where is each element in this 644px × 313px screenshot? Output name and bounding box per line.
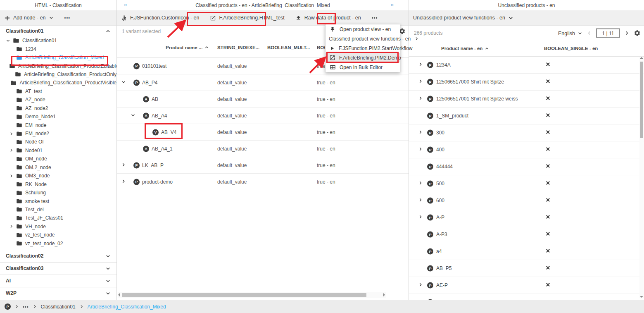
column-header-1[interactable]: Product name - en [441,46,489,51]
chevron-down-icon[interactable] [6,38,13,43]
table-row-lk_ab_p[interactable]: PLK_AB_Pdefault_valuetrue - en [117,157,409,174]
table-row-ab_p4[interactable]: PAB_P4default_valuetrue - en [117,74,409,91]
chevron-right-icon[interactable] [418,181,423,187]
vertical-scrollbar[interactable] [639,57,644,298]
toolbar-button-raw-data-of-product-en[interactable]: Raw data of product - en [295,15,361,21]
column-header-1[interactable]: Product name ... [166,45,209,50]
tree-node-classification01[interactable]: Classification01 [0,36,116,45]
chevron-right-icon[interactable] [418,215,423,221]
table-row-ae-p[interactable]: PAE-P [409,277,644,294]
horizontal-scrollbar-thumb[interactable] [122,293,366,297]
tree-section-classification02[interactable]: Classification02 [0,250,116,262]
vertical-scrollbar-thumb[interactable] [640,62,643,138]
tree-section-w2p[interactable]: W2P [0,287,116,299]
tree-node-node-oi[interactable]: Node OI [0,138,116,146]
horizontal-scrollbar[interactable] [118,292,386,298]
add-node-button[interactable]: Add node - en [4,15,54,21]
chevron-right-icon[interactable] [418,282,423,289]
breadcrumb-current-node[interactable]: ArticleBriefing_Classification_Mixed [88,304,166,310]
next-page-button[interactable] [624,31,630,36]
chevron-right-icon[interactable] [418,198,423,204]
breadcrumb-ellipsis[interactable]: ••• [23,304,29,309]
chevron-right-icon[interactable] [418,62,423,68]
menu-item-open-in-bulk-editor[interactable]: Open In Bulk Editor [326,62,400,72]
table-row-1-sm-product[interactable]: P1_SM_product [409,108,644,124]
table-row-a-p3[interactable]: PA-P3 [409,226,644,243]
chevron-right-icon[interactable] [9,131,16,136]
tree-node-node01[interactable]: Node01 [0,146,116,155]
tree-node-1234[interactable]: 1234 [0,45,116,53]
tree-node-vz_test_node_02[interactable]: vz_test_node_02 [0,239,116,248]
tree-node-at_test[interactable]: AT_test [0,87,116,96]
left-more-button[interactable]: ••• [64,15,71,20]
tree-node-vh_node[interactable]: VH_node [0,222,116,231]
table-row-ab_a4_1[interactable]: AAB_A4_1default_valuetrue - en [117,141,409,157]
scroll-up-arrow-icon[interactable] [640,57,643,59]
table-row-a4[interactable]: Pa4 [409,243,644,260]
menu-item-f-articlebriefing-pim2-demo[interactable]: F.ArticleBriefing.PIM2.Demo [326,53,400,62]
table-row-ab_v4[interactable]: VAB_V4default_valuetrue - en [117,124,409,141]
table-row-anv-p[interactable]: PANV-P [409,294,644,300]
chevron-right-icon[interactable] [418,79,423,85]
tree-node-articlebriefing_classification_productvisible[interactable]: ArticleBriefing_Classification_ProductVi… [0,79,116,87]
menu-item-open-product-view-en[interactable]: Open product view - en [326,24,400,34]
table-row-ab-p5[interactable]: PAB_P5 [409,260,644,277]
tree-node-em_node2[interactable]: EM_node2 [0,129,116,138]
collapse-right-icon[interactable]: » [390,1,394,8]
chevron-down-icon[interactable] [121,79,126,86]
scroll-right-arrow-icon[interactable] [383,293,385,296]
menu-item-classified-product-view-functions-en[interactable]: Classified product view functions - en [326,34,400,43]
chevron-right-icon[interactable] [121,162,126,168]
toolbar-button--[interactable]: ••• [372,15,378,20]
unclassified-view-functions-button[interactable]: Unclassidied product view functions - en [413,15,513,21]
table-row-300[interactable]: P300 [409,124,644,141]
language-selector[interactable]: English [558,30,582,36]
table-row-444444[interactable]: P444444 [409,158,644,175]
tree-section-Classification01[interactable]: Classification01 [0,26,116,36]
collapse-left-icon[interactable]: « [124,1,127,8]
table-row-ab_a4[interactable]: AAB_A4default_valuetrue - en [117,108,409,124]
tree-node-om3_node[interactable]: OM3_node [0,172,116,180]
column-header-2[interactable]: BOOLEAN_SINGLE - en [544,46,598,51]
tree-node-em_node[interactable]: EM_node [0,121,116,129]
settings-gear-icon[interactable] [634,30,641,37]
tree-node-articlebriefing_classification_mixed[interactable]: ArticleBriefing_Classification_Mixed [0,53,116,62]
table-row-ab[interactable]: AABdefault_valuetrue - en [117,91,409,108]
chevron-down-icon[interactable] [131,112,135,119]
chevron-right-icon[interactable] [418,147,423,153]
chevron-right-icon[interactable] [121,179,126,185]
toolbar-button-f-articelebriefing-html-test[interactable]: F.ArticeleBriefing.HTML_test [210,15,284,21]
table-row-500[interactable]: P500 [409,175,644,192]
product-root-icon[interactable]: P [5,303,11,310]
tree-node-articlebriefing_classification_productonly[interactable]: ArticleBriefing_Classification_ProductOn… [0,70,116,79]
tree-node-vz_test_node[interactable]: vz_test_node [0,231,116,239]
tree-section-classification03[interactable]: Classification03 [0,262,116,275]
table-row-1234a[interactable]: P1234A [409,57,644,74]
tree-node-az_node2[interactable]: AZ_node2 [0,104,116,112]
scroll-down-arrow-icon[interactable] [640,296,643,298]
chevron-right-icon[interactable] [9,148,16,153]
toolbar-button-f-jsfunction-customicon-en[interactable]: F.JSFunction.CustomIcon - en [121,15,199,21]
tree-node-smoke-test[interactable]: smoke test [0,197,116,205]
tree-node-az_node[interactable]: AZ_node [0,96,116,104]
chevron-right-icon[interactable] [418,96,423,102]
scroll-left-arrow-icon[interactable] [118,293,120,296]
tree-node-demo_node1[interactable]: Demo_Node1 [0,112,116,121]
page-indicator[interactable]: 1 | 11 [596,29,620,38]
tree-node-om_node[interactable]: OM_node [0,155,116,163]
tree-section-ai[interactable]: AI [0,275,116,287]
table-row-400[interactable]: P400 [409,141,644,158]
table-row-600[interactable]: P600 [409,192,644,209]
chevron-right-icon[interactable] [418,130,423,136]
tree-node-rk_node[interactable]: RK_Node [0,180,116,188]
tree-node-articlebriefing_classification_producteditable[interactable]: ArticleBriefing_Classification_ProductEd… [0,62,116,70]
column-header-2[interactable]: STRING_INDEXE... [217,45,259,50]
tree-node-schulung[interactable]: Schulung [0,189,116,197]
menu-item-f-jsfunction-pim2-startworkflow[interactable]: F.JSFunction.PIM2.StartWorkflow [326,43,400,53]
table-row-125066517001-shirt-mit-spitze-weiss[interactable]: P125066517001 Shirt mit Spitze weiss [409,91,644,108]
table-row-125066517000-shirt-mit-spitze[interactable]: P125066517000 Shirt mit Spitze [409,74,644,91]
chevron-right-icon[interactable] [9,174,16,178]
column-header-3[interactable]: BOOLEAN_MULT... [267,45,310,50]
table-row-a-p[interactable]: PA-P [409,209,644,226]
tree-node-om.2_node[interactable]: OM.2_node [0,163,116,172]
